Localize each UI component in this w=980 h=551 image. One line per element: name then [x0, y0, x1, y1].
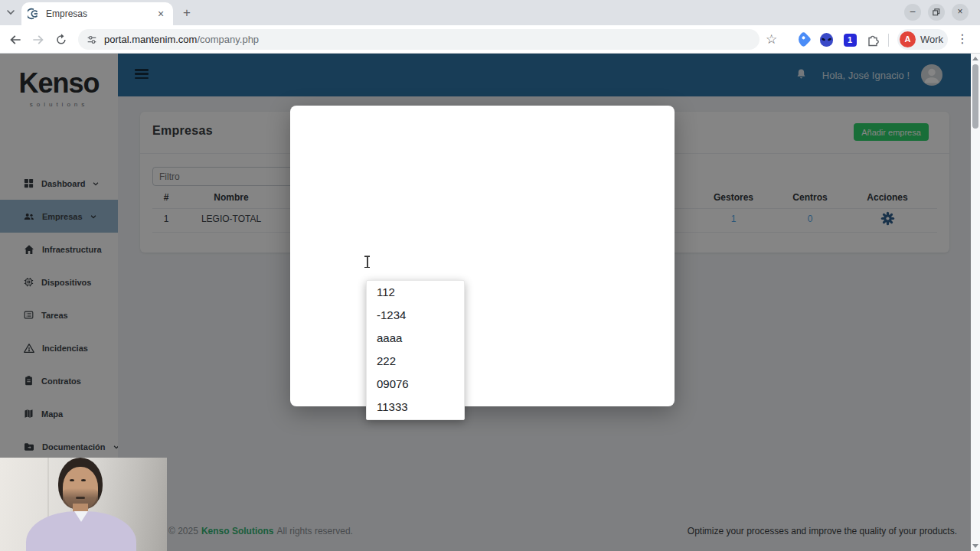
autocomplete-option[interactable]: 222	[367, 350, 464, 373]
browser-tab[interactable]: Empresas ×	[21, 2, 173, 25]
autocomplete-option[interactable]: 112	[367, 281, 464, 304]
scroll-down-arrow-icon[interactable]	[972, 544, 978, 548]
extensions-puzzle-icon[interactable]	[865, 32, 880, 47]
extension-tag-icon[interactable]	[796, 32, 812, 47]
kenso-favicon-icon	[28, 8, 40, 20]
mouse-ibeam-cursor	[364, 256, 370, 268]
autocomplete-dropdown: 112 -1234 aaaa 222 09076 11333	[366, 280, 465, 420]
scrollbar-thumb[interactable]	[972, 64, 978, 129]
site-settings-icon[interactable]	[86, 34, 98, 46]
forward-button[interactable]	[31, 32, 46, 47]
toolbar-separator	[888, 34, 889, 47]
profile-button[interactable]: A Work	[897, 29, 948, 50]
extension-alien-icon[interactable]	[819, 32, 835, 47]
tab-close-icon[interactable]: ×	[155, 8, 167, 20]
tab-title: Empresas	[46, 8, 155, 19]
url-path: /company.php	[197, 34, 259, 45]
back-button[interactable]	[8, 32, 23, 47]
reload-button[interactable]	[54, 32, 69, 47]
window-minimize-button[interactable]: –	[904, 4, 921, 21]
bookmark-star-icon[interactable]: ☆	[766, 31, 777, 47]
autocomplete-option[interactable]: aaaa	[367, 327, 464, 350]
autocomplete-option[interactable]: -1234	[367, 304, 464, 327]
webcam-overlay	[0, 458, 167, 551]
window-maximize-button[interactable]	[928, 4, 945, 21]
create-company-modal	[290, 106, 675, 406]
tab-search-chevron-icon[interactable]	[5, 6, 17, 18]
profile-label: Work	[920, 34, 943, 45]
url-host: portal.mantenim.com	[104, 34, 197, 45]
browser-menu-icon[interactable]: ⋮	[956, 31, 969, 46]
window-close-button[interactable]: ×	[952, 4, 969, 21]
autocomplete-option[interactable]: 11333	[367, 396, 464, 419]
autocomplete-option[interactable]: 09076	[367, 373, 464, 396]
url-bar[interactable]: portal.mantenim.com/company.php	[78, 29, 760, 50]
page-scrollbar[interactable]	[971, 54, 980, 551]
scroll-up-arrow-icon[interactable]	[972, 57, 978, 60]
extension-badge-icon[interactable]: 1	[842, 32, 858, 47]
profile-avatar: A	[900, 31, 916, 47]
new-tab-button[interactable]: +	[178, 5, 195, 22]
